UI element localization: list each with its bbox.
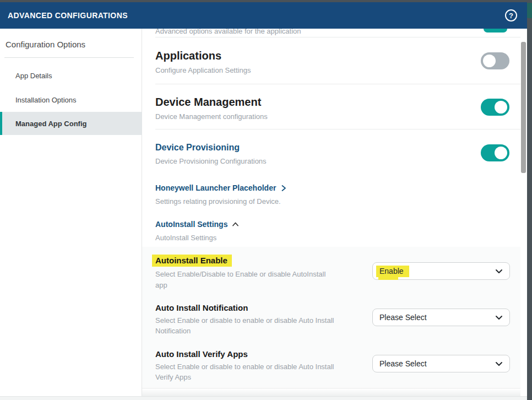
device-provisioning-toggle[interactable] — [481, 144, 509, 161]
help-icon[interactable]: ? — [505, 9, 517, 21]
advanced-configurations-dialog: ADVANCED CONFIGURATIONS ? Configuration … — [0, 2, 527, 400]
advanced-options-subtitle: Advanced options available for the appli… — [155, 29, 301, 35]
auto-install-verify-apps-desc-line1: Select Enable or disable to enable or di… — [155, 363, 334, 371]
dialog-header: ADVANCED CONFIGURATIONS ? — [0, 2, 527, 29]
toggle-knob — [495, 147, 507, 159]
chevron-up-icon — [232, 221, 239, 227]
selected-value: Please Select — [379, 359, 495, 368]
device-management-heading: Device Management — [155, 96, 261, 109]
configuration-options-sidebar: Configuration Options App Details Instal… — [0, 29, 142, 396]
autoinstall-enable-desc-line2: app — [155, 281, 167, 289]
sidebar-divider — [4, 57, 134, 58]
device-management-toggle[interactable] — [481, 99, 509, 116]
chevron-down-icon — [495, 315, 503, 320]
selected-indicator-bar — [0, 112, 2, 135]
toggle-knob — [495, 101, 507, 113]
row-divider — [155, 37, 520, 37]
chevron-down-icon — [495, 269, 503, 274]
auto-install-verify-apps-select[interactable]: Please Select — [372, 355, 510, 372]
auto-install-notification-desc-line2: Notification — [155, 327, 191, 335]
sidebar-item-installation-options[interactable]: Installation Options — [0, 88, 142, 111]
dialog-footer-strip — [0, 396, 527, 400]
advanced-options-toggle[interactable] — [484, 29, 507, 33]
toggle-knob — [483, 55, 496, 67]
auto-install-verify-apps-label: Auto Install Verify Apps — [155, 349, 248, 359]
chevron-down-icon — [495, 361, 503, 366]
sidebar-title: Configuration Options — [6, 40, 85, 49]
content-footer — [142, 388, 520, 396]
honeywell-launcher-placeholder-link[interactable]: Honeywell Launcher Placeholder — [155, 183, 287, 192]
row-divider — [155, 129, 520, 129]
applications-subtitle: Configure Application Settings — [155, 66, 251, 74]
device-provisioning-subtitle: Device Provisioning Configurations — [155, 157, 267, 165]
chevron-right-icon — [280, 185, 287, 192]
dialog-title: ADVANCED CONFIGURATIONS — [0, 11, 128, 20]
selected-value-highlighted: Enable — [376, 266, 409, 277]
applications-toggle[interactable] — [481, 52, 509, 69]
device-provisioning-heading: Device Provisioning — [155, 143, 240, 153]
autoinstall-enable-label: Autoinstall Enable — [155, 256, 232, 265]
sidebar-item-app-details[interactable]: App Details — [0, 64, 142, 87]
auto-install-verify-apps-desc-line2: Verify Apps — [155, 373, 191, 381]
auto-install-notification-label: Auto Install Notification — [155, 303, 248, 312]
applications-heading: Applications — [155, 50, 221, 62]
auto-install-notification-desc-line1: Select Enable or disable to enable or di… — [155, 316, 334, 325]
device-management-subtitle: Device Management configurations — [155, 112, 268, 121]
autoinstall-enable-desc-line1: Select Enable/Disable to Enable or disab… — [155, 270, 325, 278]
honeywell-launcher-subtitle: Settings relating provisioning of Device… — [155, 197, 281, 206]
vertical-scrollbar-thumb[interactable] — [521, 42, 526, 173]
autoinstall-settings-subtitle: AutoInstall Settings — [155, 234, 216, 242]
autoinstall-settings-link[interactable]: AutoInstall Settings — [155, 220, 239, 229]
selected-value: Please Select — [379, 313, 495, 322]
sidebar-item-managed-app-config[interactable]: Managed App Config — [0, 112, 142, 135]
yellow-highlight: Autoinstall Enable — [152, 255, 232, 267]
row-divider — [155, 84, 520, 84]
autoinstall-enable-select[interactable]: Enable — [372, 262, 510, 280]
auto-install-notification-select[interactable]: Please Select — [372, 309, 510, 326]
managed-app-config-panel: Advanced options available for the appli… — [142, 29, 520, 396]
